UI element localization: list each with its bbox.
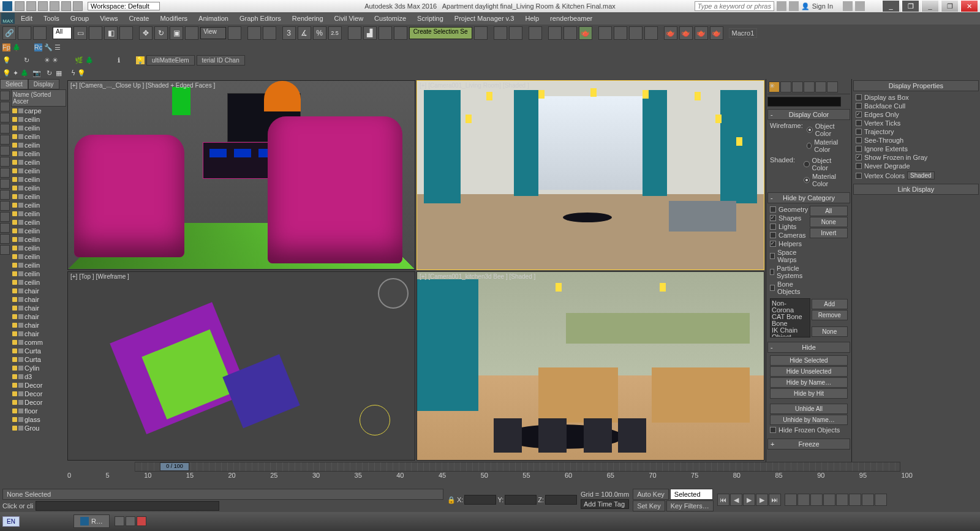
toggle-icon[interactable]	[474, 26, 488, 40]
list-item[interactable]: Decor	[11, 398, 66, 407]
btn-hideselected[interactable]: Hide Selected	[770, 355, 848, 366]
modify-tab-icon[interactable]	[780, 81, 791, 92]
corona-a-icon[interactable]: 🫖	[664, 26, 677, 40]
list-item[interactable]: chair	[11, 330, 66, 338]
btn-unhideall[interactable]: Unhide All	[770, 404, 848, 414]
scale-icon[interactable]: ▣	[170, 26, 183, 40]
rotate-icon[interactable]: ↻	[154, 26, 168, 40]
signin-link[interactable]: Sign In	[812, 2, 833, 10]
create-tab-icon[interactable]: ✳	[769, 81, 780, 92]
menu-create[interactable]: Create	[124, 13, 154, 23]
y-input[interactable]	[505, 495, 537, 505]
display-tab-icon[interactable]	[815, 81, 826, 92]
menu-modifiers[interactable]: Modifiers	[155, 13, 192, 23]
list-item[interactable]: ceilin	[11, 235, 66, 244]
keyfilters-button[interactable]: Key Filters…	[666, 500, 714, 511]
menu-rendering[interactable]: Rendering	[287, 13, 328, 23]
time-slider-handle[interactable]: 0 / 100	[160, 462, 189, 471]
chk-displayasbox[interactable]: Display as Box	[856, 93, 976, 102]
t4-15-icon[interactable]: ϟ	[71, 69, 75, 77]
search-input[interactable]	[695, 1, 774, 11]
list-item[interactable]: ceilin	[11, 192, 66, 201]
link-icon[interactable]: 🔗	[2, 26, 16, 40]
prev-frame-icon[interactable]: ◀	[730, 494, 742, 506]
btn-hidebyname[interactable]: Hide by Name…	[770, 377, 848, 388]
et-07-icon[interactable]	[0, 157, 10, 167]
mirror-icon[interactable]: ▟	[363, 26, 377, 40]
qat-project-icon[interactable]	[73, 1, 83, 11]
create-selection-set[interactable]: Create Selection Se	[409, 27, 472, 39]
list-item[interactable]: ceilin	[11, 218, 66, 227]
next-frame-icon[interactable]: ▶	[756, 494, 768, 506]
et-11-icon[interactable]	[0, 201, 10, 211]
manip-icon[interactable]	[247, 26, 261, 40]
selection-filter-dropdown[interactable]: All	[53, 27, 72, 39]
infocenter-icon[interactable]	[777, 1, 786, 11]
chk-lights[interactable]: Lights	[770, 222, 809, 231]
fp-icon[interactable]: Fp	[2, 43, 10, 51]
namedsel-icon[interactable]	[348, 26, 361, 40]
tool-d-icon[interactable]	[644, 26, 658, 40]
curve-editor-icon[interactable]	[494, 26, 507, 40]
pctsnap-icon[interactable]: %	[313, 26, 326, 40]
corona-d-icon[interactable]: 🫖	[710, 26, 723, 40]
nav-c-icon[interactable]	[810, 494, 823, 506]
btn-remove[interactable]: Remove	[812, 310, 848, 320]
t3-28-icon[interactable]: ℹ	[118, 56, 120, 64]
list-item[interactable]: Decor	[11, 390, 66, 398]
chk-edgesonly[interactable]: Edges Only	[856, 110, 976, 119]
qat-new-icon[interactable]	[15, 1, 24, 11]
btn-none2[interactable]: None	[812, 326, 848, 337]
t3-20-icon[interactable]: 🌿	[75, 56, 83, 64]
autokey-button[interactable]: Auto Key	[633, 489, 669, 500]
nav-b-icon[interactable]	[797, 494, 810, 506]
t2-a-icon[interactable]: 🌲	[12, 43, 21, 51]
btn-unhidebyname[interactable]: Unhide by Name…	[770, 415, 848, 425]
list-item[interactable]: glass	[11, 415, 66, 424]
utilities-tab-icon[interactable]	[827, 81, 838, 92]
min2-button[interactable]: _	[882, 1, 899, 12]
chk-ignoreextents[interactable]: Ignore Extents	[856, 145, 976, 153]
viewcube-icon[interactable]	[378, 278, 409, 309]
workspace-dropdown[interactable]: Workspace: Default	[88, 2, 160, 10]
time-tag[interactable]: Add Time Tag	[581, 499, 629, 509]
chk-backfacecull[interactable]: Backface Cull	[856, 102, 976, 110]
play-icon[interactable]: ▶	[743, 494, 755, 506]
viewport-top[interactable]: [+] [Top ] [Wireframe ]	[67, 271, 415, 461]
list-item[interactable]: Grou	[11, 424, 66, 432]
chk-see-through[interactable]: See-Through	[856, 136, 976, 145]
t3-13-icon[interactable]: ☀	[44, 56, 50, 64]
t4-05-icon[interactable]: 📷	[32, 69, 41, 77]
object-list[interactable]: carpeceilinceilinceilinceilinceilinceili…	[11, 107, 66, 462]
list-item[interactable]: chair	[11, 304, 66, 312]
nav-d-icon[interactable]	[823, 494, 835, 506]
window-crossing-icon[interactable]	[119, 26, 133, 40]
goto-end-icon[interactable]: ⏭	[769, 494, 781, 506]
nav-f-icon[interactable]	[849, 494, 861, 506]
list-item[interactable]: ceilin	[11, 278, 66, 287]
list-item[interactable]: ceilin	[11, 261, 66, 269]
chk-vertexticks[interactable]: Vertex Ticks	[856, 119, 976, 127]
list-item[interactable]: ceilin	[11, 158, 66, 167]
material-editor-icon[interactable]	[529, 26, 542, 40]
corona-c-icon[interactable]: 🫖	[695, 26, 708, 40]
z-input[interactable]	[545, 495, 577, 505]
language-indicator[interactable]: EN	[2, 516, 20, 527]
btn-add[interactable]: Add	[812, 299, 848, 309]
tab-select[interactable]: Select	[0, 79, 28, 89]
t3-29-icon[interactable]: 💡	[136, 56, 145, 64]
et-01-icon[interactable]	[0, 91, 10, 100]
tray-close-icon[interactable]	[137, 516, 146, 526]
refcoord-dropdown[interactable]: View	[200, 27, 226, 39]
list-item[interactable]: Cylin	[11, 364, 66, 372]
chk-particlesystems[interactable]: Particle Systems	[770, 264, 809, 280]
list-item[interactable]: ceilin	[11, 201, 66, 209]
taskbar-item[interactable]: R…	[74, 514, 110, 528]
list-item[interactable]: ceilin	[11, 149, 66, 158]
t4-01-icon[interactable]: 💡	[2, 69, 11, 77]
tray-a-icon[interactable]	[115, 516, 124, 526]
list-item[interactable]: carpe	[11, 107, 66, 115]
t4-02-icon[interactable]: ✦	[13, 69, 18, 77]
list-item[interactable]: Curta	[11, 347, 66, 355]
help-icon[interactable]	[855, 1, 865, 11]
